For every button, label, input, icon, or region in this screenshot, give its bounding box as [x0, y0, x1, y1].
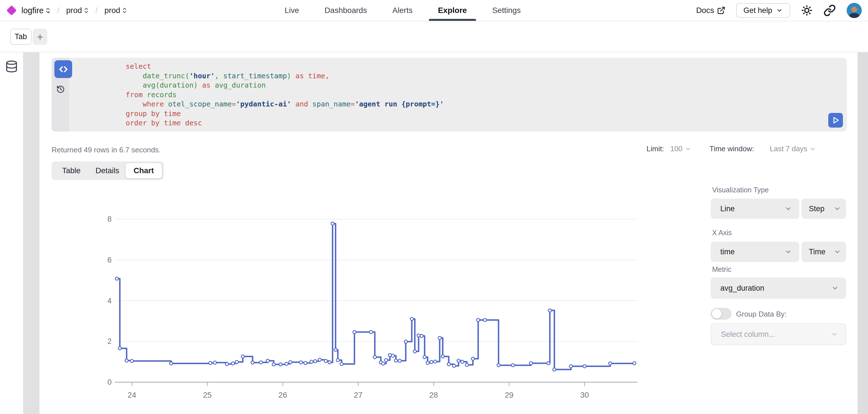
x-tick-label: 28: [430, 391, 438, 400]
data-point-marker: [225, 362, 228, 365]
data-point-marker: [404, 340, 407, 343]
data-point-marker: [118, 347, 121, 350]
chevron-down-icon: [834, 248, 841, 255]
data-point-marker: [125, 359, 128, 362]
viz-type-label: Visualization Type: [712, 186, 769, 194]
code-format-button[interactable]: [54, 60, 72, 78]
data-point-marker: [457, 359, 460, 362]
data-point-marker: [569, 365, 572, 368]
chevron-down-icon: [831, 284, 839, 292]
data-point-marker: [334, 348, 337, 351]
x-tick-label: 29: [505, 391, 514, 400]
data-point-marker: [213, 361, 216, 364]
data-point-marker: [392, 354, 395, 357]
toggle-knob: [712, 309, 721, 319]
data-point-marker: [465, 363, 468, 367]
data-point-marker: [272, 363, 275, 366]
group-data-toggle[interactable]: [711, 308, 732, 320]
data-point-marker: [583, 365, 586, 368]
chevron-down-icon: [784, 205, 792, 212]
data-point-marker: [259, 361, 262, 364]
data-point-marker: [471, 357, 474, 360]
viz-style-dropdown[interactable]: Step: [802, 198, 846, 219]
data-point-marker: [483, 319, 487, 322]
metric-dropdown[interactable]: avg_duration: [711, 278, 846, 299]
data-point-marker: [438, 336, 441, 339]
data-point-marker: [314, 360, 317, 363]
data-point-marker: [373, 356, 376, 359]
y-tick-label: 4: [107, 296, 112, 305]
data-point-marker: [413, 350, 416, 353]
data-point-marker: [369, 331, 373, 334]
x-axis-type-dropdown[interactable]: Time: [802, 242, 846, 262]
x-tick-label: 30: [580, 391, 589, 400]
query-history-button[interactable]: [56, 85, 65, 94]
data-point-marker: [251, 361, 254, 364]
data-point-marker: [441, 355, 444, 358]
x-axis-label: X Axis: [712, 229, 732, 237]
data-point-marker: [410, 317, 413, 320]
y-tick-label: 2: [107, 337, 112, 346]
group-column-dropdown[interactable]: Select column...: [711, 323, 846, 345]
data-point-marker: [353, 331, 356, 334]
x-tick-label: 26: [278, 391, 287, 400]
data-point-marker: [328, 361, 331, 364]
data-point-marker: [231, 362, 235, 365]
x-tick-label: 27: [354, 391, 363, 400]
data-point-marker: [394, 359, 397, 362]
data-point-marker: [266, 359, 269, 362]
data-point-marker: [331, 222, 334, 225]
data-point-marker: [385, 358, 388, 361]
data-point-marker: [241, 355, 244, 358]
data-point-marker: [340, 362, 343, 365]
data-point-marker: [389, 353, 392, 356]
data-point-marker: [476, 319, 479, 322]
data-point-marker: [430, 360, 433, 363]
data-point-marker: [434, 360, 437, 363]
data-point-marker: [553, 368, 556, 371]
data-point-marker: [115, 277, 118, 280]
series-line: [117, 224, 634, 370]
data-point-marker: [461, 360, 464, 363]
y-tick-label: 6: [107, 256, 112, 264]
chevron-down-icon: [834, 205, 841, 212]
data-point-marker: [289, 361, 292, 364]
data-point-marker: [336, 358, 339, 361]
data-point-marker: [304, 361, 307, 365]
data-point-marker: [318, 358, 321, 361]
chevron-down-icon: [831, 331, 838, 338]
y-tick-label: 0: [107, 378, 112, 386]
x-tick-label: 24: [128, 391, 136, 400]
data-point-marker: [530, 361, 533, 365]
data-point-marker: [633, 361, 636, 365]
data-point-marker: [511, 363, 514, 367]
data-point-marker: [310, 360, 313, 363]
data-point-marker: [426, 361, 429, 364]
data-point-marker: [324, 359, 328, 362]
data-point-marker: [453, 364, 456, 368]
data-point-marker: [209, 361, 212, 365]
group-data-label: Group Data By:: [736, 310, 786, 319]
viz-type-dropdown[interactable]: Line: [711, 198, 799, 219]
data-point-marker: [235, 360, 239, 363]
data-point-marker: [423, 356, 426, 359]
data-point-marker: [547, 361, 550, 365]
code-icon: [58, 64, 69, 75]
metric-label: Metric: [712, 265, 731, 274]
data-point-marker: [447, 363, 451, 366]
data-point-marker: [279, 363, 282, 366]
data-point-marker: [130, 359, 133, 362]
data-point-marker: [609, 362, 612, 365]
data-point-marker: [549, 309, 552, 312]
data-point-marker: [285, 362, 288, 365]
data-point-marker: [299, 361, 302, 364]
data-point-marker: [381, 362, 385, 365]
data-point-marker: [169, 362, 173, 365]
data-point-marker: [420, 334, 423, 338]
chevron-down-icon: [784, 248, 792, 255]
y-tick-label: 8: [107, 215, 112, 223]
data-point-marker: [398, 359, 401, 362]
data-point-marker: [497, 363, 500, 367]
history-icon: [56, 85, 65, 94]
x-axis-column-dropdown[interactable]: time: [711, 242, 799, 262]
